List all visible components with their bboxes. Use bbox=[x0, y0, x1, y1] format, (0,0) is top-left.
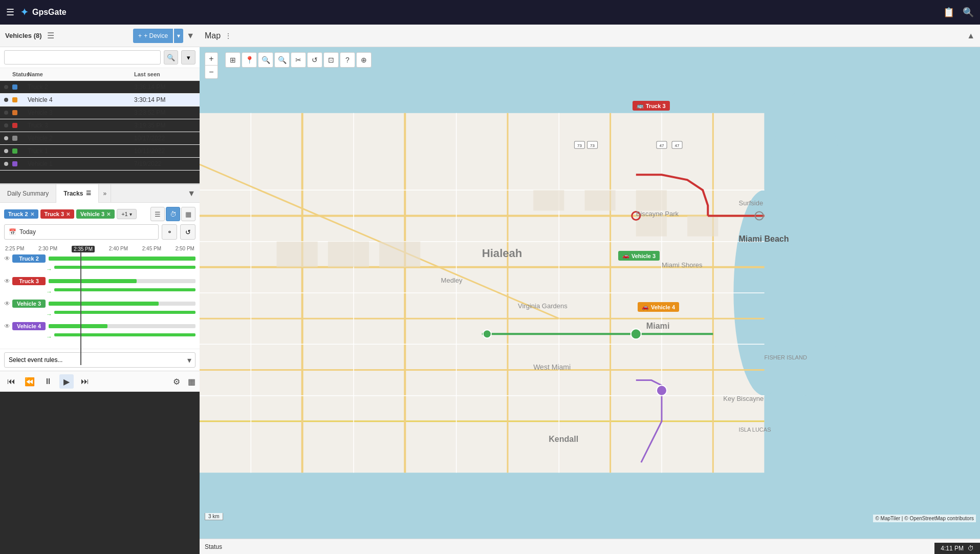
track-bar-vehicle4[interactable] bbox=[49, 324, 195, 328]
tool-grid-btn[interactable]: ⊞ bbox=[225, 52, 241, 68]
table-row[interactable]: Truck 1 10/11/2022 bbox=[0, 145, 200, 158]
tool-cut-btn[interactable]: ✂ bbox=[291, 52, 306, 68]
svg-rect-32 bbox=[636, 216, 667, 237]
time-2: 2:30 PM bbox=[38, 246, 57, 252]
filter-action-btn[interactable]: ⚬ bbox=[162, 224, 177, 240]
add-device-dropdown[interactable]: ▾ bbox=[174, 29, 183, 43]
date-input[interactable]: 📅 Today bbox=[4, 224, 159, 240]
track-eye-truck2[interactable]: 👁 bbox=[4, 255, 12, 262]
table-row[interactable]: Vehicle 4 3:30:14 PM bbox=[0, 94, 200, 106]
row-dot bbox=[4, 98, 8, 102]
chip-truck2-close[interactable]: ✕ bbox=[30, 211, 34, 217]
svg-text:47: 47 bbox=[675, 143, 680, 148]
play-button[interactable]: ▶ bbox=[59, 374, 74, 389]
tool-undo-btn[interactable]: ↺ bbox=[307, 52, 322, 68]
table-row[interactable]: Vehicle 2 10/17/2022 bbox=[0, 132, 200, 145]
tool-zoom-out-btn[interactable]: 🔍 bbox=[274, 52, 290, 68]
time-3: 2:40 PM bbox=[109, 246, 128, 252]
logo-text: GpsGate bbox=[32, 8, 67, 17]
zoom-in-button[interactable]: + bbox=[205, 52, 218, 66]
map-area[interactable]: 73 73 47 47 Hialeah Miami West Miami Vir… bbox=[200, 47, 980, 539]
add-device-button[interactable]: + + Device bbox=[133, 29, 173, 43]
search-icon[interactable]: 🔍 bbox=[963, 7, 974, 18]
row-name: Truck 3 bbox=[28, 122, 134, 129]
vehicles-toggle-icon[interactable]: ☰ bbox=[47, 31, 54, 40]
search-button[interactable]: 🔍 bbox=[164, 50, 178, 65]
track-eye-truck3[interactable]: 👁 bbox=[4, 278, 12, 285]
tab-daily-summary[interactable]: Daily Summary bbox=[0, 184, 56, 203]
vehicles-header: Vehicles (8) ☰ + + Device ▾ ▼ bbox=[0, 25, 200, 47]
event-rules-select[interactable]: Select event rules... bbox=[4, 352, 195, 368]
main-layout: Vehicles (8) ☰ + + Device ▾ ▼ 🔍 ▾ bbox=[0, 25, 980, 554]
marker-vehicle3: 🚗 Vehicle 3 bbox=[618, 251, 660, 261]
tool-zoom-in-btn[interactable]: 🔍 bbox=[258, 52, 273, 68]
track-bar-truck3[interactable] bbox=[49, 279, 195, 283]
clipboard-icon[interactable]: 📋 bbox=[943, 7, 954, 18]
panel-collapse-icon[interactable]: ▼ bbox=[186, 31, 194, 40]
row-lastseen: 3:36:14 PM bbox=[134, 83, 195, 91]
tool-layers-btn[interactable]: ⊕ bbox=[356, 52, 372, 68]
pause-button[interactable]: ⏸ bbox=[41, 374, 55, 389]
tab-tracks[interactable]: Tracks ☰ bbox=[56, 184, 99, 203]
table-row[interactable]: Vehicle 3 3:23:52 PM bbox=[0, 106, 200, 119]
search-input[interactable] bbox=[4, 50, 161, 65]
svg-text:73: 73 bbox=[577, 143, 582, 148]
table-row[interactable]: Vehicle 1 7/19/2022 bbox=[0, 158, 200, 171]
chip-more[interactable]: +1 ▾ bbox=[117, 209, 137, 219]
next-button[interactable]: ⏭ bbox=[78, 374, 92, 389]
map-svg: 73 73 47 47 Hialeah Miami West Miami Vir… bbox=[200, 47, 980, 539]
map-expand-icon[interactable]: ▲ bbox=[967, 31, 975, 40]
row-lastseen: 3:23:52 PM bbox=[134, 109, 195, 116]
zoom-controls: + − bbox=[205, 52, 218, 79]
bottom-time-bar: 4:11 PM ⏱ bbox=[934, 543, 980, 554]
tab-more[interactable]: » bbox=[99, 184, 111, 203]
tool-help-btn[interactable]: ? bbox=[340, 52, 355, 68]
chip-vehicle3-close[interactable]: ✕ bbox=[106, 211, 111, 217]
view-list-btn[interactable]: ☰ bbox=[150, 207, 165, 221]
track-bar-truck3-fill bbox=[49, 279, 137, 283]
tracks-menu-icon[interactable]: ☰ bbox=[86, 190, 91, 197]
table-view-button[interactable]: ▦ bbox=[188, 377, 195, 387]
zoom-out-button[interactable]: − bbox=[205, 66, 218, 79]
settings-button[interactable]: ⚙ bbox=[169, 374, 184, 389]
track-bar-truck2[interactable] bbox=[49, 257, 195, 261]
track-bar-vehicle3-fill bbox=[49, 302, 159, 306]
tool-fullscreen-btn[interactable]: ⊡ bbox=[323, 52, 339, 68]
tab-daily-summary-label: Daily Summary bbox=[7, 190, 49, 197]
chip-truck3-close[interactable]: ✕ bbox=[66, 211, 70, 217]
svg-rect-33 bbox=[687, 216, 718, 237]
table-row[interactable]: Truck 2 3:36:14 PM bbox=[0, 81, 200, 94]
search-area: 🔍 ▾ bbox=[0, 47, 200, 68]
tool-pin-btn[interactable]: 📍 bbox=[242, 52, 257, 68]
map-menu-icon[interactable]: ⋮ bbox=[225, 32, 232, 40]
vehicles-title: Vehicles (8) bbox=[5, 32, 42, 39]
calendar-icon: 📅 bbox=[9, 228, 16, 236]
svg-point-37 bbox=[483, 330, 491, 338]
hamburger-menu[interactable]: ☰ bbox=[6, 7, 14, 18]
panel-collapse-btn[interactable]: ▼ bbox=[183, 189, 200, 198]
skip-start-button[interactable]: ⏮ bbox=[4, 374, 18, 389]
vehicle-list-section: Vehicles (8) ☰ + + Device ▾ ▼ 🔍 ▾ bbox=[0, 25, 200, 183]
svg-text:Virginia Gardens: Virginia Gardens bbox=[518, 302, 568, 310]
track-eye-vehicle3[interactable]: 👁 bbox=[4, 300, 12, 307]
track-eye-vehicle4[interactable]: 👁 bbox=[4, 323, 12, 330]
track-bar-vehicle3[interactable] bbox=[49, 302, 195, 306]
view-clock-btn[interactable]: ⏱ bbox=[166, 207, 180, 221]
prev-button[interactable]: ⏪ bbox=[23, 374, 37, 389]
view-grid-btn[interactable]: ▦ bbox=[181, 207, 195, 221]
map-scale: 3 km bbox=[205, 513, 223, 520]
chip-truck3: Truck 3 ✕ bbox=[40, 209, 75, 219]
row-dot bbox=[4, 149, 8, 153]
filter-button[interactable]: ▾ bbox=[181, 50, 195, 65]
track-row-vehicle3: 👁 Vehicle 3 bbox=[4, 300, 195, 308]
refresh-btn[interactable]: ↺ bbox=[180, 224, 195, 240]
table-row[interactable]: Truck 3 3:19:35 PM bbox=[0, 119, 200, 132]
marker-truck3-label: 🚌 Truck 3 bbox=[633, 101, 670, 111]
row-dot bbox=[4, 85, 8, 89]
row-color bbox=[12, 123, 17, 128]
map-header: Map ⋮ ▲ bbox=[200, 25, 980, 47]
row-lastseen: 10/11/2022 bbox=[134, 147, 195, 155]
svg-rect-28 bbox=[379, 242, 420, 267]
svg-text:Miami: Miami bbox=[646, 321, 669, 330]
track-label-vehicle3: Vehicle 3 bbox=[12, 300, 46, 308]
